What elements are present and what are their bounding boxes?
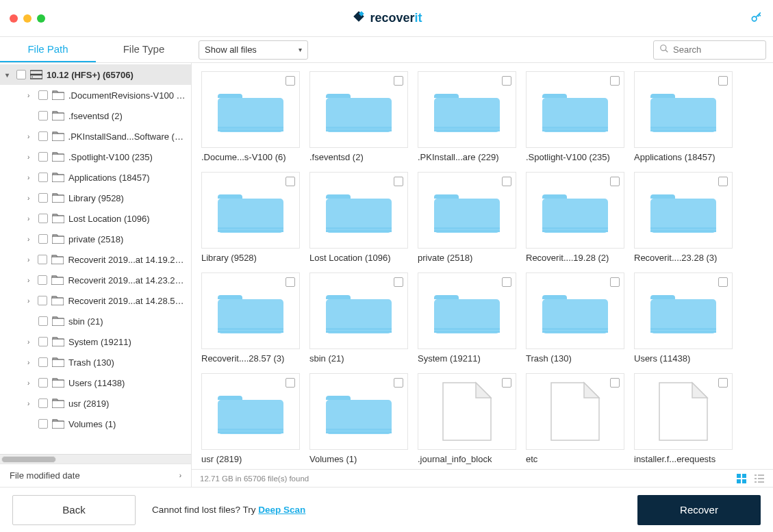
checkbox[interactable] — [16, 70, 26, 79]
checkbox[interactable] — [38, 152, 48, 162]
folder-item[interactable]: .Spotlight-V100 (235) — [526, 71, 624, 162]
folder-item[interactable]: Recoverit....28.57 (3) — [201, 273, 300, 364]
item-thumbnail[interactable] — [418, 172, 516, 249]
back-button[interactable]: Back — [12, 495, 136, 525]
search-input[interactable] — [673, 45, 773, 55]
item-thumbnail[interactable] — [418, 373, 516, 450]
item-thumbnail[interactable] — [309, 273, 408, 349]
item-thumbnail[interactable] — [526, 273, 624, 349]
folder-item[interactable]: Applications (18457) — [634, 71, 733, 162]
tree-item[interactable]: ›Applications (18457) — [0, 167, 191, 188]
list-view-icon[interactable] — [754, 473, 765, 484]
folder-item[interactable]: .fseventsd (2) — [309, 71, 408, 162]
file-modified-date-toggle[interactable]: File modified date › — [0, 464, 191, 487]
deep-scan-link[interactable]: Deep Scan — [258, 505, 305, 515]
item-thumbnail[interactable] — [634, 172, 733, 249]
tree-item[interactable]: ›Recoverit 2019...at 14.28.57 (3) — [0, 290, 191, 311]
recover-button[interactable]: Recover — [637, 495, 761, 525]
checkbox[interactable] — [38, 234, 48, 244]
sidebar-scrollbar[interactable] — [0, 454, 191, 464]
checkbox[interactable] — [38, 316, 48, 326]
grid-view-icon[interactable] — [736, 473, 747, 484]
folder-item[interactable]: Library (9528) — [201, 172, 300, 263]
checkbox[interactable] — [38, 111, 48, 121]
checkbox[interactable] — [286, 177, 295, 186]
item-thumbnail[interactable] — [201, 172, 300, 249]
checkbox[interactable] — [38, 90, 48, 100]
checkbox[interactable] — [610, 76, 620, 86]
item-thumbnail[interactable] — [201, 373, 300, 450]
item-thumbnail[interactable] — [201, 273, 300, 349]
search-box[interactable] — [653, 40, 766, 60]
tree-item[interactable]: .fseventsd (2) — [0, 105, 191, 126]
tree-item[interactable]: ›Library (9528) — [0, 188, 191, 208]
tree-item[interactable]: ›usr (2819) — [0, 393, 191, 414]
checkbox[interactable] — [718, 76, 728, 86]
maximize-window-button[interactable] — [37, 14, 45, 23]
checkbox[interactable] — [38, 398, 48, 408]
checkbox[interactable] — [502, 177, 511, 186]
item-thumbnail[interactable] — [309, 373, 408, 450]
item-thumbnail[interactable] — [634, 273, 733, 349]
item-thumbnail[interactable] — [309, 172, 408, 249]
checkbox[interactable] — [38, 378, 48, 388]
folder-item[interactable]: Users (11438) — [634, 273, 733, 364]
checkbox[interactable] — [718, 277, 728, 287]
tab-file-path[interactable]: File Path — [0, 37, 96, 62]
folder-item[interactable]: usr (2819) — [201, 373, 300, 464]
tree-item[interactable]: sbin (21) — [0, 311, 191, 331]
folder-item[interactable]: Lost Location (1096) — [309, 172, 408, 263]
checkbox[interactable] — [394, 378, 403, 388]
tree-item[interactable]: ›.DocumentRevisions-V100 (6) — [0, 85, 191, 105]
tree-item[interactable]: ›Users (11438) — [0, 372, 191, 393]
tree-item[interactable]: ›.PKInstallSand...Software (229) — [0, 126, 191, 147]
folder-item[interactable]: Trash (130) — [526, 273, 624, 364]
tree-root[interactable]: ▾10.12 (HFS+) (65706) — [0, 64, 191, 85]
tree-item[interactable]: ›System (19211) — [0, 331, 191, 352]
folder-item[interactable]: sbin (21) — [309, 273, 408, 364]
checkbox[interactable] — [394, 177, 403, 186]
folder-item[interactable]: Recoverit....19.28 (2) — [526, 172, 624, 263]
file-item[interactable]: etc — [526, 373, 624, 464]
file-item[interactable]: installer.f...erequests — [634, 373, 733, 464]
close-window-button[interactable] — [10, 14, 18, 23]
license-key-icon[interactable] — [750, 10, 763, 26]
tree-item[interactable]: ›Lost Location (1096) — [0, 208, 191, 229]
folder-item[interactable]: Volumes (1) — [309, 373, 408, 464]
folder-item[interactable]: System (19211) — [418, 273, 516, 364]
checkbox[interactable] — [38, 357, 48, 367]
checkbox[interactable] — [610, 277, 620, 287]
file-item[interactable]: .journal_info_block — [418, 373, 516, 464]
checkbox[interactable] — [502, 277, 511, 287]
filter-dropdown[interactable]: Show all files ▾ — [199, 40, 308, 60]
folder-item[interactable]: Recoverit....23.28 (3) — [634, 172, 733, 263]
checkbox[interactable] — [286, 277, 295, 287]
checkbox[interactable] — [502, 76, 511, 86]
checkbox[interactable] — [38, 131, 48, 141]
tree-item[interactable]: ›Trash (130) — [0, 352, 191, 372]
tree-item[interactable]: Volumes (1) — [0, 414, 191, 434]
checkbox[interactable] — [394, 277, 403, 287]
checkbox[interactable] — [718, 177, 728, 186]
folder-item[interactable]: .PKInstall...are (229) — [418, 71, 516, 162]
checkbox[interactable] — [286, 76, 295, 86]
checkbox[interactable] — [502, 378, 511, 388]
checkbox[interactable] — [38, 419, 48, 429]
checkbox[interactable] — [38, 193, 48, 203]
folder-item[interactable]: private (2518) — [418, 172, 516, 263]
item-thumbnail[interactable] — [634, 71, 733, 148]
tree-item[interactable]: ›Recoverit 2019...at 14.23.28 (3) — [0, 270, 191, 290]
checkbox[interactable] — [286, 378, 295, 388]
item-thumbnail[interactable] — [201, 71, 300, 148]
item-thumbnail[interactable] — [634, 373, 733, 450]
minimize-window-button[interactable] — [23, 14, 31, 23]
folder-item[interactable]: .Docume...s-V100 (6) — [201, 71, 300, 162]
item-thumbnail[interactable] — [418, 273, 516, 349]
checkbox[interactable] — [38, 214, 48, 223]
tree-item[interactable]: ›.Spotlight-V100 (235) — [0, 147, 191, 167]
tree-item[interactable]: ›Recoverit 2019...at 14.19.28 (2) — [0, 249, 191, 270]
checkbox[interactable] — [38, 337, 48, 346]
checkbox[interactable] — [394, 76, 403, 86]
checkbox[interactable] — [610, 177, 620, 186]
checkbox[interactable] — [610, 378, 620, 388]
